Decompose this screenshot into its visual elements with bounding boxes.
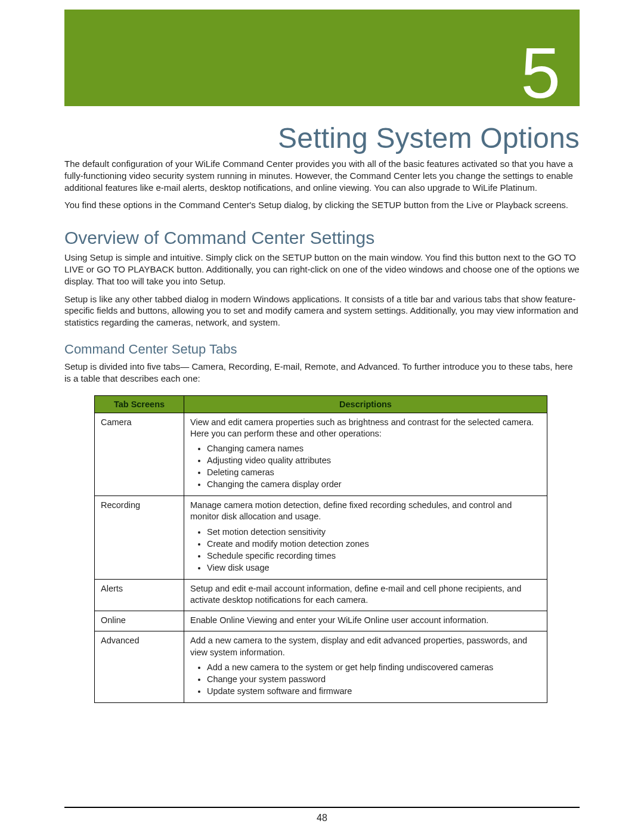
intro-paragraph: You find these options in the Command Ce… (64, 199, 580, 211)
section-heading: Overview of Command Center Settings (64, 228, 580, 248)
table-header-row: Tab Screens Descriptions (95, 395, 547, 413)
tab-desc-cell: Setup and edit e-mail account informatio… (184, 580, 547, 611)
subsection-setup-tabs: Command Center Setup Tabs Setup is divid… (64, 342, 580, 703)
tab-name-cell: Alerts (95, 580, 184, 611)
table-row: OnlineEnable Online Viewing and enter yo… (95, 611, 547, 631)
tab-name-cell: Online (95, 611, 184, 631)
table-body: CameraView and edit camera properties su… (95, 413, 547, 703)
table-row: AlertsSetup and edit e-mail account info… (95, 580, 547, 611)
chapter-banner: 5 (64, 10, 580, 106)
tab-bullet-item: Deleting cameras (207, 467, 541, 478)
tab-bullet-item: Add a new camera to the system or get he… (207, 662, 541, 673)
tab-bullet-item: Update system software and firmware (207, 686, 541, 697)
subsection-heading: Command Center Setup Tabs (64, 342, 580, 357)
intro-paragraph: The default configuration of your WiLife… (64, 158, 580, 193)
table-row: AdvancedAdd a new camera to the system, … (95, 631, 547, 703)
tab-bullet-item: Schedule specific recording times (207, 550, 541, 562)
section-paragraph: Using Setup is simple and intuitive. Sim… (64, 252, 580, 287)
table-row: RecordingManage camera motion detection,… (95, 496, 547, 580)
section-overview: Overview of Command Center Settings Usin… (64, 228, 580, 329)
tab-bullet-item: Adjusting video quality attributes (207, 455, 541, 466)
subsection-paragraph: Setup is divided into five tabs— Camera,… (64, 361, 580, 385)
tab-desc-text: Manage camera motion detection, define f… (190, 500, 512, 521)
tab-desc-cell: Enable Online Viewing and enter your WiL… (184, 611, 547, 631)
setup-tabs-table: Tab Screens Descriptions CameraView and … (94, 395, 547, 704)
tab-bullet-item: Changing camera names (207, 443, 541, 454)
tab-bullet-item: View disk usage (207, 562, 541, 574)
page-number: 48 (0, 813, 644, 823)
tab-desc-text: Add a new camera to the system, display … (190, 636, 527, 657)
tab-name-cell: Advanced (95, 631, 184, 703)
tab-bullet-item: Set motion detection sensitivity (207, 527, 541, 538)
tab-desc-text: Enable Online Viewing and enter your WiL… (190, 615, 488, 625)
tab-bullet-item: Create and modify motion detection zones (207, 538, 541, 550)
tab-name-cell: Camera (95, 413, 184, 496)
tab-desc-text: View and edit camera properties such as … (190, 417, 534, 438)
tab-name-cell: Recording (95, 496, 184, 580)
document-page: 5 Setting System Options The default con… (0, 10, 644, 833)
chapter-number: 5 (521, 37, 561, 109)
tab-bullet-list: Set motion detection sensitivityCreate a… (190, 527, 541, 574)
table-row: CameraView and edit camera properties su… (95, 413, 547, 496)
tab-desc-cell: Add a new camera to the system, display … (184, 631, 547, 703)
tab-bullet-item: Changing the camera display order (207, 479, 541, 490)
table-header-cell: Tab Screens (95, 395, 184, 413)
tab-desc-cell: View and edit camera properties such as … (184, 413, 547, 496)
tab-bullet-list: Changing camera namesAdjusting video qua… (190, 443, 541, 491)
tab-bullet-item: Change your system password (207, 674, 541, 685)
tab-bullet-list: Add a new camera to the system or get he… (190, 662, 541, 697)
footer-rule (64, 807, 580, 808)
page-content: Setting System Options The default confi… (64, 122, 580, 703)
chapter-title: Setting System Options (64, 122, 580, 154)
table-header-cell: Descriptions (184, 395, 547, 413)
tab-desc-cell: Manage camera motion detection, define f… (184, 496, 547, 580)
intro-block: The default configuration of your WiLife… (64, 158, 580, 211)
section-paragraph: Setup is like any other tabbed dialog in… (64, 293, 580, 329)
tab-desc-text: Setup and edit e-mail account informatio… (190, 584, 521, 605)
